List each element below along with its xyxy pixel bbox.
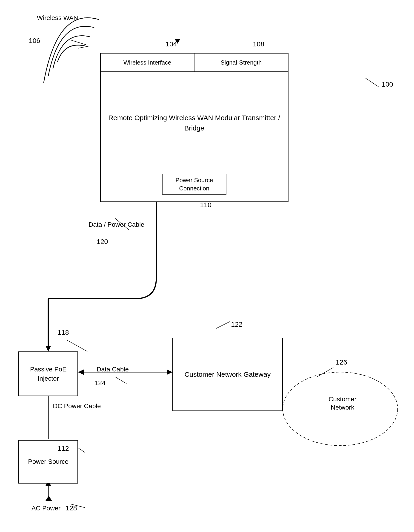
svg-line-19 [317,368,333,377]
wireless-wan-label: Wireless WAN [34,14,80,22]
ref-108: 108 [253,40,264,48]
svg-marker-3 [46,346,51,352]
ref-124: 124 [94,379,106,387]
diagram-container: Wireless WAN 106 Wireless Interface Sign… [0,0,414,532]
svg-line-16 [216,322,230,328]
ref-106: 106 [29,37,40,45]
passive-poe-box: Passive PoE Injector [18,352,78,396]
ac-power-label: AC Power [30,504,62,513]
wireless-interface-label: Wireless Interface [123,58,171,66]
remote-device-box: Wireless Interface Signal-Strength Remot… [100,53,288,202]
svg-line-17 [115,377,127,384]
customer-network-label: Customer Network [317,395,368,412]
ref-112: 112 [58,445,69,452]
svg-marker-6 [78,369,84,375]
wireless-interface-box: Wireless Interface [101,54,195,71]
ref-126: 126 [336,358,347,366]
remote-optimizing-label: Remote Optimizing Wireless WAN Modular T… [105,113,283,133]
ref-118: 118 [58,328,69,336]
power-source-connection-label: Power Source Connection [163,176,226,193]
ref-100: 100 [382,80,393,88]
signal-strength-box: Signal-Strength [195,54,288,71]
customer-network-gateway-box: Customer Network Gateway [172,338,283,411]
ref-110: 110 [200,201,211,209]
power-source-label: Power Source [28,457,69,466]
svg-marker-7 [167,369,172,375]
power-source-box: Power Source [18,440,78,484]
data-power-cable-label: Data / Power Cable [89,220,153,229]
svg-line-0 [78,46,90,48]
ref-128: 128 [66,504,77,512]
ac-power-arrow [46,496,52,501]
customer-network-gateway-label: Customer Network Gateway [184,370,271,379]
svg-line-12 [71,40,86,45]
data-cable-label: Data Cable [90,365,136,373]
passive-poe-label: Passive PoE Injector [19,365,78,383]
svg-line-13 [67,340,87,352]
power-source-connection-box: Power Source Connection [162,174,227,195]
svg-line-21 [365,78,379,87]
dc-power-cable-label: DC Power Cable [53,402,103,410]
ref-120: 120 [97,238,108,246]
signal-strength-label: Signal-Strength [220,58,262,66]
ref-122: 122 [231,320,243,328]
